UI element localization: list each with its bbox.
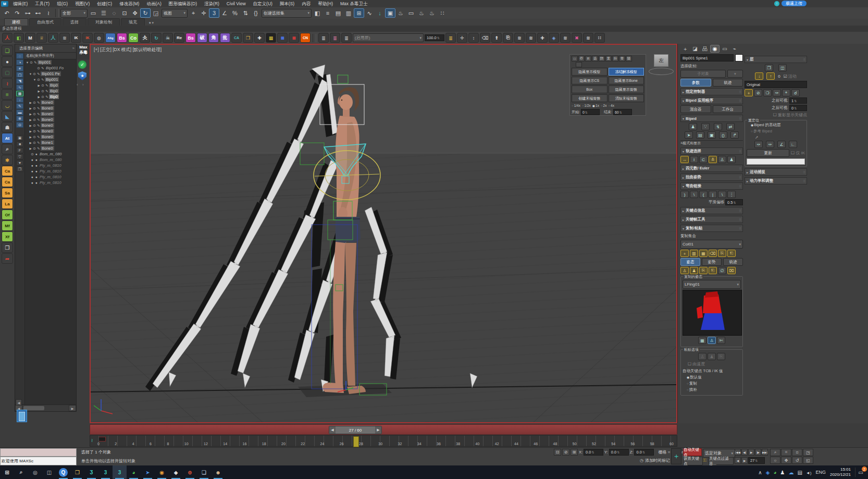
speed-radio[interactable]: 1/2x: [582, 104, 591, 107]
tree-row[interactable]: ▶ ⊙ ✎ Bone0: [24, 145, 76, 151]
ribbon-tab[interactable]: 自由形式: [29, 18, 61, 26]
frame-ruler[interactable]: 0246810121416182022242628303234363840424…: [98, 436, 675, 446]
tray-icon[interactable]: ∧: [758, 470, 762, 475]
toolbar-icon[interactable]: ☰: [98, 8, 109, 18]
scroll-right-icon[interactable]: ▶: [69, 405, 76, 411]
script-toolbar-icon[interactable]: Sa: [2, 188, 13, 198]
set-keys-button[interactable]: 设置关键点: [683, 457, 703, 465]
plugin-icon[interactable]: CA: [231, 33, 242, 43]
anim-layer-icon[interactable]: ◈: [549, 33, 559, 43]
playback-icon[interactable]: ▶: [748, 449, 754, 456]
copy-collection-icon[interactable]: ⎘: [718, 250, 726, 257]
tree-row[interactable]: ● ● Ply_m_0810: [24, 174, 76, 180]
dialog-header-icon[interactable]: 随: [626, 56, 632, 62]
active-checkbox[interactable]: 活动: [784, 73, 797, 79]
display-filter-icon[interactable]: ▬: [16, 109, 23, 115]
viewcube-face[interactable]: 左: [654, 54, 668, 67]
display-filter-icon[interactable]: ☀: [16, 66, 23, 71]
rollout-biped[interactable]: Biped: [680, 115, 743, 122]
script-toolbar-icon[interactable]: ➦: [2, 253, 13, 264]
toolbar-icon[interactable]: {}: [251, 8, 261, 18]
visibility-eye-icon[interactable]: ⊙: [32, 101, 36, 105]
pencil-icon[interactable]: ✎: [45, 89, 49, 93]
display-filter-icon[interactable]: ◑: [16, 59, 23, 65]
key-icon[interactable]: ⚿: [703, 458, 706, 463]
visibility-eye-icon[interactable]: ⊙: [36, 78, 41, 82]
command-panel-tab[interactable]: ⌁: [730, 45, 739, 53]
pencil-icon[interactable]: ✎: [36, 135, 41, 139]
toolbar-icon[interactable]: ✥: [130, 8, 140, 18]
paste-icon[interactable]: ♟: [690, 267, 698, 274]
viewport-nav-icon[interactable]: ◱: [803, 457, 813, 464]
dialog-button[interactable]: 创建末端骨骼: [572, 94, 607, 102]
layer-name-field[interactable]: Original: [745, 81, 807, 88]
script-toolbar-icon[interactable]: La: [2, 199, 13, 209]
workbench-button[interactable]: 工作台: [713, 105, 743, 113]
pencil-icon[interactable]: ✎: [36, 72, 41, 76]
toolbar-icon[interactable]: ▭: [88, 8, 98, 18]
preview-view-icon[interactable]: ▦: [698, 337, 706, 344]
visibility-eye-icon[interactable]: ⊙: [41, 95, 45, 99]
script-toolbar-icon[interactable]: ●: [2, 56, 13, 67]
taskbar-app-icon[interactable]: ◫: [42, 465, 56, 479]
expand-arrow-icon[interactable]: ▶: [29, 118, 32, 121]
dialog-button[interactable]: 隐藏显示模型: [572, 68, 607, 76]
expand-arrow-icon[interactable]: ▶: [29, 130, 32, 133]
object-color-swatch[interactable]: [735, 54, 743, 62]
copy-mode-button[interactable]: 轨迹: [723, 258, 743, 266]
toolbar-icon[interactable]: ⌖: [188, 8, 199, 18]
parameters-button[interactable]: 参数: [680, 79, 711, 87]
dialog-header-icon[interactable]: 骨: [619, 56, 625, 62]
plugin-icon[interactable]: 批: [220, 33, 230, 43]
bend-links-icon[interactable]: (: [699, 191, 708, 198]
copy-mode-button[interactable]: 姿势: [702, 258, 722, 266]
menu-item[interactable]: 工具(T): [31, 1, 53, 6]
toolbar-icon[interactable]: ↻: [140, 8, 151, 18]
reference-coordsys-dropdown[interactable]: 视图: [162, 9, 188, 18]
dialog-button[interactable]: 冻结解冻模型: [609, 68, 644, 76]
menu-item[interactable]: 脚本(S): [276, 1, 298, 6]
script-toolbar-icon[interactable]: Xf: [2, 231, 13, 242]
bend-links-icon[interactable]: ): [680, 191, 689, 198]
track-selection-icon[interactable]: ≙: [709, 156, 717, 163]
by-velocity-checkbox[interactable]: 由速度: [688, 361, 741, 367]
pencil-icon[interactable]: ●: [34, 152, 39, 156]
antivirus-badge[interactable]: Max杀毒: [77, 44, 90, 59]
script-toolbar-icon[interactable]: ❐: [2, 242, 13, 253]
pencil-icon[interactable]: ✎: [45, 95, 49, 99]
menu-item[interactable]: 修改器(M): [116, 1, 143, 6]
rollout-key-info[interactable]: 关键点信息: [680, 207, 743, 214]
script-toolbar-icon[interactable]: Ca: [2, 177, 13, 187]
plugin-icon[interactable]: ✚: [254, 33, 265, 43]
toolbar-icon[interactable]: ∠: [219, 8, 230, 18]
visibility-eye-icon[interactable]: ●: [30, 169, 34, 173]
taskbar-app-icon[interactable]: ◎: [28, 465, 42, 479]
anim-layer-icon[interactable]: ≋: [560, 33, 571, 43]
expand-arrow-icon[interactable]: ▼: [26, 61, 29, 64]
display-filter-icon[interactable]: ✻: [16, 116, 23, 121]
named-selection-set-dropdown[interactable]: 创建选择集: [262, 9, 312, 18]
selection-filter-dropdown[interactable]: 全部: [60, 9, 88, 18]
script-toolbar-icon[interactable]: Of: [2, 210, 13, 220]
time-slider-handle[interactable]: ◀ 27 / 60 ▶: [329, 426, 382, 434]
upload-icon[interactable]: ↑: [774, 1, 779, 6]
time-slider[interactable]: ◀ 27 / 60 ▶: [90, 424, 677, 435]
layer-tool-icon[interactable]: ＋: [745, 89, 753, 96]
explorer-tool-icon[interactable]: ▣: [16, 135, 23, 141]
pencil-icon[interactable]: ✎: [36, 141, 41, 145]
ribbon-tab[interactable]: 对象绘制: [88, 18, 120, 26]
taskbar-app-icon[interactable]: ◆: [169, 465, 183, 479]
pencil-icon[interactable]: ✎: [41, 66, 45, 70]
display-filter-icon[interactable]: ∿: [16, 84, 23, 90]
start-field[interactable]: 0: [581, 109, 600, 115]
pencil-icon[interactable]: ✎: [36, 118, 41, 122]
anim-layer-icon[interactable]: ≋: [526, 33, 536, 43]
anim-layer-dropdown[interactable]: (启用层): [353, 33, 424, 42]
script-toolbar-icon[interactable]: ≀: [2, 78, 13, 89]
pencil-icon[interactable]: ●: [34, 158, 39, 162]
y-field[interactable]: 0.0: [609, 449, 629, 456]
visibility-eye-icon[interactable]: ⊙: [32, 129, 36, 133]
script-toolbar-icon[interactable]: ✱: [2, 155, 13, 165]
reference-biped-radio[interactable]: 参考 Biped: [751, 129, 805, 134]
visibility-eye-icon[interactable]: ⊙: [32, 135, 36, 139]
